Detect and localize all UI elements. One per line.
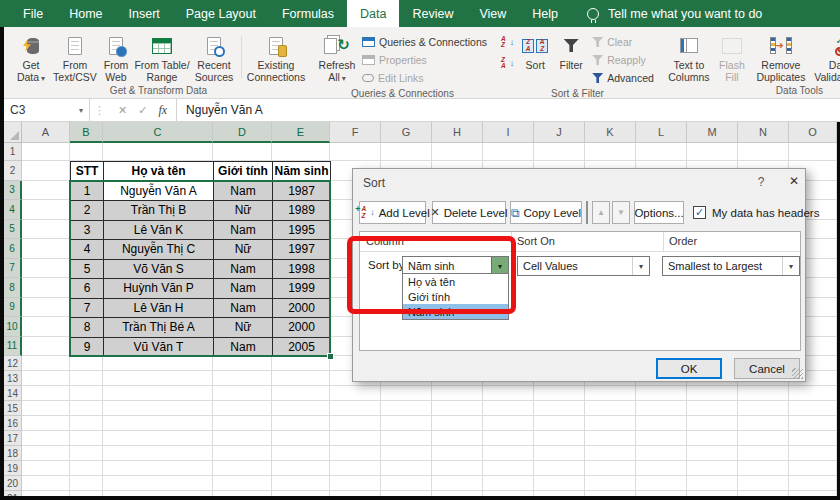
column-header-F[interactable]: F <box>330 122 381 143</box>
row-header-8[interactable]: 8 <box>4 278 22 298</box>
row-header-3[interactable]: 3 <box>4 181 22 201</box>
from-text-csv-button[interactable]: From Text/CSV <box>52 30 98 84</box>
table-header-cell[interactable]: Giới tính <box>214 162 273 182</box>
table-cell[interactable]: Nam <box>214 279 273 299</box>
get-data-button[interactable]: Get Data▾ <box>10 30 52 84</box>
name-box[interactable]: C3 ▾ <box>4 99 90 121</box>
table-cell[interactable]: Nguyễn Thị C <box>104 240 214 260</box>
table-cell[interactable]: Nữ <box>214 201 273 221</box>
table-cell[interactable]: Nam <box>214 260 273 280</box>
sort-button[interactable]: ZA AZ Sort <box>517 30 553 87</box>
table-cell[interactable]: Nam <box>214 221 273 241</box>
column-header-B[interactable]: B <box>70 122 103 143</box>
table-cell[interactable]: 2000 <box>273 318 331 338</box>
advanced-filter-button[interactable]: Advanced <box>589 69 657 87</box>
row-header-20[interactable]: 20 <box>4 476 22 491</box>
data-validation-button[interactable]: ✓ Data Validation▾ <box>811 30 840 84</box>
column-header-O[interactable]: O <box>789 122 837 143</box>
remove-duplicates-button[interactable]: ➜ Remove Duplicates <box>751 30 811 84</box>
delete-level-button[interactable]: ✕ Delete Level <box>432 201 506 224</box>
dropdown-item[interactable]: Họ và tên <box>403 274 508 289</box>
tab-home[interactable]: Home <box>56 0 115 27</box>
column-header-A[interactable]: A <box>22 122 70 143</box>
table-cell[interactable]: 6 <box>71 279 104 299</box>
row-header-10[interactable]: 10 <box>4 317 22 337</box>
existing-connections-button[interactable]: Existing Connections <box>245 30 307 84</box>
cancel-entry-icon[interactable]: ✕ <box>118 104 127 117</box>
column-header-I[interactable]: I <box>483 122 534 143</box>
row-header-5[interactable]: 5 <box>4 220 22 240</box>
insert-function-icon[interactable]: fx <box>158 103 167 118</box>
cancel-button[interactable]: Cancel <box>734 358 800 379</box>
tab-file[interactable]: File <box>10 0 56 27</box>
row-header-11[interactable]: 11 <box>4 337 22 357</box>
column-header-K[interactable]: K <box>585 122 636 143</box>
table-cell[interactable]: Vũ Văn T <box>104 338 214 358</box>
tab-formulas[interactable]: Formulas <box>269 0 347 27</box>
table-cell[interactable]: Nam <box>214 299 273 319</box>
sort-ascending-button[interactable]: AZ ↓ <box>498 33 517 51</box>
column-header-H[interactable]: H <box>432 122 483 143</box>
column-header-J[interactable]: J <box>534 122 585 143</box>
row-header-16[interactable]: 16 <box>4 416 22 431</box>
table-cell[interactable]: Võ Văn S <box>104 260 214 280</box>
refresh-all-button[interactable]: ↻ Refresh All▾ <box>315 30 359 87</box>
table-cell[interactable]: 3 <box>71 221 104 241</box>
table-cell[interactable]: 1 <box>71 182 104 202</box>
recent-sources-button[interactable]: Recent Sources <box>190 30 238 84</box>
table-cell[interactable]: 1995 <box>273 221 331 241</box>
table-cell[interactable]: Nam <box>214 182 273 202</box>
copy-level-button[interactable]: ⧉ Copy Level <box>510 201 582 224</box>
select-all-corner[interactable] <box>4 122 22 143</box>
column-header-N[interactable]: N <box>738 122 789 143</box>
options-button[interactable]: Options... <box>634 201 684 224</box>
tell-me-box[interactable]: Tell me what you want to do <box>587 0 762 27</box>
text-to-columns-button[interactable]: Text to Columns <box>665 30 713 84</box>
sort-on-combobox[interactable]: Cell Values ▾ <box>517 256 650 276</box>
row-header-18[interactable]: 18 <box>4 446 22 461</box>
row-header-9[interactable]: 9 <box>4 298 22 318</box>
column-header-D[interactable]: D <box>213 122 272 143</box>
table-cell[interactable]: Nữ <box>214 240 273 260</box>
table-cell[interactable]: 1987 <box>273 182 331 202</box>
order-combobox[interactable]: Smallest to Largest ▾ <box>662 256 800 276</box>
tab-page-layout[interactable]: Page Layout <box>173 0 269 27</box>
dropdown-item[interactable]: Năm sinh <box>403 304 508 319</box>
table-cell[interactable]: Lê Văn K <box>104 221 214 241</box>
my-data-has-headers-checkbox[interactable]: ✓ <box>693 206 706 219</box>
resize-grip[interactable] <box>792 368 803 379</box>
column-header-E[interactable]: E <box>272 122 330 143</box>
active-cell-C3[interactable]: Nguyễn Văn A <box>104 182 214 202</box>
table-cell[interactable]: 5 <box>71 260 104 280</box>
tab-data[interactable]: Data <box>347 0 399 27</box>
table-cell[interactable]: 1989 <box>273 201 331 221</box>
table-cell[interactable]: Trần Thị B <box>104 201 214 221</box>
tab-view[interactable]: View <box>466 0 519 27</box>
formula-bar-content[interactable]: Nguyễn Văn A <box>177 99 263 121</box>
table-cell[interactable]: Huỳnh Văn P <box>104 279 214 299</box>
table-cell[interactable]: 1997 <box>273 240 331 260</box>
table-header-cell[interactable]: Họ và tên <box>104 162 214 182</box>
row-header-1[interactable]: 1 <box>4 143 22 161</box>
column-header-C[interactable]: C <box>103 122 213 143</box>
row-header-13[interactable]: 13 <box>4 371 22 386</box>
table-cell[interactable]: Trần Thị Bé A <box>104 318 214 338</box>
table-cell[interactable]: 7 <box>71 299 104 319</box>
row-header-7[interactable]: 7 <box>4 259 22 279</box>
fill-handle[interactable] <box>327 353 334 360</box>
row-header-19[interactable]: 19 <box>4 461 22 476</box>
confirm-entry-icon[interactable]: ✓ <box>138 104 147 117</box>
table-cell[interactable]: 2 <box>71 201 104 221</box>
close-icon[interactable]: ✕ <box>785 174 803 188</box>
sort-descending-button[interactable]: ZA ↓ <box>498 54 517 72</box>
table-cell[interactable]: 8 <box>71 318 104 338</box>
table-header-cell[interactable]: STT <box>71 162 104 182</box>
row-header-6[interactable]: 6 <box>4 239 22 259</box>
filter-button[interactable]: Filter <box>553 30 589 87</box>
dropdown-item[interactable]: Giới tính <box>403 289 508 304</box>
table-header-cell[interactable]: Năm sinh <box>273 162 331 182</box>
row-header-14[interactable]: 14 <box>4 386 22 401</box>
tab-insert[interactable]: Insert <box>116 0 173 27</box>
row-header-12[interactable]: 12 <box>4 356 22 371</box>
row-header-4[interactable]: 4 <box>4 200 22 220</box>
